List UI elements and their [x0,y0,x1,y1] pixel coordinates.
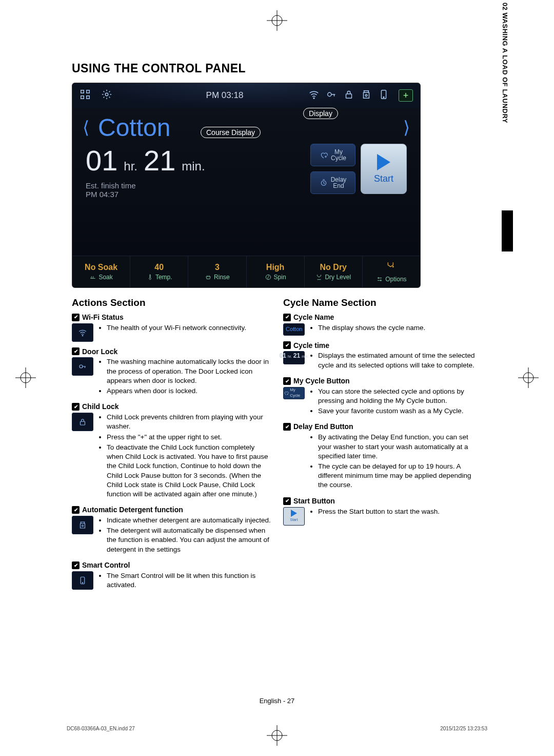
item-door-lock: ✔Door Lock The washing machine automatic… [72,347,271,397]
svg-point-18 [328,92,331,96]
item-child-lock: ✔Child Lock Child Lock prevents children… [72,402,271,500]
my-cycle-button[interactable]: MyCycle [310,144,355,166]
svg-point-22 [383,97,384,98]
item-cycle-time: ✔Cycle time 01hr. 21min. Displays the es… [283,341,482,371]
svg-rect-19 [346,94,352,98]
svg-rect-12 [81,90,84,93]
dry-level-cell[interactable]: No Dry Dry Level [305,256,363,287]
play-icon [377,154,390,170]
checkbox-icon: ✔ [283,341,291,349]
checkbox-icon: ✔ [72,347,80,355]
door-lock-icon [326,89,337,102]
registration-mark-icon [15,367,36,388]
chevron-right-icon[interactable]: ⟩ [394,117,410,138]
cycle-name-thumb: Cotton [283,323,305,336]
door-lock-thumb-icon [72,357,93,376]
item-delay-end: ✔Delay End Button By activating the Dela… [283,422,482,491]
delay-end-button[interactable]: DelayEnd [310,171,355,194]
svg-rect-27 [81,421,85,425]
actions-section-heading: Actions Section [72,296,271,309]
hour-unit: hr. [124,159,137,173]
svg-point-20 [365,94,367,96]
svg-point-25 [82,335,83,336]
checkbox-icon: ✔ [72,314,80,321]
checkbox-icon: ✔ [72,506,80,514]
svg-point-30 [82,583,83,584]
wifi-thumb-icon [72,323,93,342]
smart-control-thumb-icon [72,571,93,590]
child-lock-thumb-icon [72,413,93,431]
svg-point-16 [105,93,108,96]
minute-value: 21 [144,144,175,177]
minute-unit: min. [182,159,205,173]
my-cycle-thumb: My Cycle [283,387,305,399]
svg-point-17 [313,98,314,99]
page-footer: English - 27 [0,697,554,705]
chevron-left-icon[interactable]: ⟨ [83,117,98,138]
clock-label: PM 03:18 [146,90,303,101]
callout-display: Display [303,108,338,119]
registration-mark-icon [518,367,539,388]
checkbox-icon: ✔ [72,561,80,569]
detergent-icon [361,89,372,102]
wifi-icon [308,89,320,102]
apps-icon [80,89,91,102]
options-bar: No Soak Soak 40 Temp. 3 Rinse High Spin … [72,256,420,287]
svg-rect-13 [87,90,90,93]
est-finish-label: Est. finish time [86,181,136,190]
section-tab-label: 02 WASHING A LOAD OF LAUNDRY [501,3,509,123]
options-cell[interactable]: Options [363,256,420,287]
start-button[interactable]: Start [361,144,407,194]
item-wifi-status: ✔Wi-Fi Status The health of your Wi-Fi n… [72,313,271,342]
rinse-cell[interactable]: 3 Rinse [188,256,246,287]
registration-mark-icon [267,10,287,31]
item-auto-detergent: ✔Automatic Detergent function Indicate w… [72,505,271,555]
svg-rect-14 [81,96,84,99]
svg-point-26 [80,365,83,368]
est-finish-time: PM 04:37 [86,190,118,199]
item-start-button: ✔Start Button Start Press the Start butt… [283,496,482,526]
temp-cell[interactable]: 40 Temp. [130,256,188,287]
svg-point-28 [82,525,84,527]
smart-control-icon [378,89,389,102]
control-panel-figure: PM 03:18 + Display Course Display ⟨ Cott… [72,83,421,288]
checkbox-icon: ✔ [283,423,291,431]
child-lock-icon [343,89,354,102]
callout-course-display: Course Display [201,127,261,138]
cycle-time-thumb: 01hr. 21min. [283,351,305,364]
start-thumb: Start [283,507,305,526]
soak-cell[interactable]: No Soak Soak [72,256,130,287]
play-icon [291,510,297,517]
item-smart-control: ✔Smart Control The Smart Control will be… [72,560,271,591]
cycle-name-section-heading: Cycle Name Section [283,296,482,309]
plus-button[interactable]: + [399,89,413,102]
gear-icon [101,89,112,102]
item-cycle-name: ✔Cycle Name Cotton The display shows the… [283,313,482,336]
checkbox-icon: ✔ [283,497,291,505]
page-title: USING THE CONTROL PANEL [72,62,482,75]
detergent-thumb-icon [72,516,93,534]
svg-rect-15 [87,96,90,99]
checkbox-icon: ✔ [283,377,291,385]
checkbox-icon: ✔ [283,314,291,321]
item-my-cycle: ✔My Cycle Button My Cycle You can store … [283,376,482,417]
checkbox-icon: ✔ [72,403,80,411]
spin-cell[interactable]: High Spin [247,256,305,287]
section-tab: 02 WASHING A LOAD OF LAUNDRY [472,144,482,364]
print-filename: DC68-03366A-03_EN.indd 27 [67,726,135,731]
print-timestamp: 2015/12/25 13:23:53 [440,726,487,731]
hour-value: 01 [86,144,117,177]
